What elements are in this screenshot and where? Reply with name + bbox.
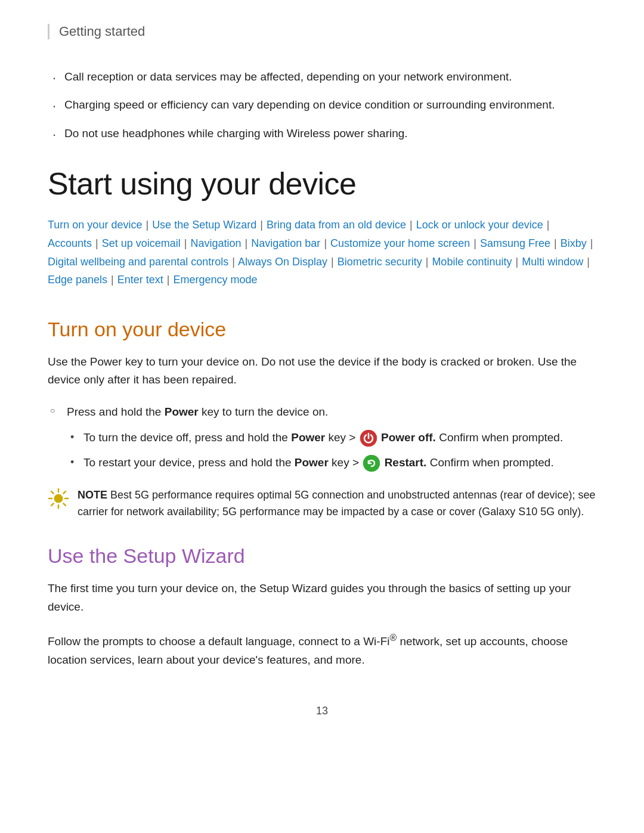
intro-bullet-1: Call reception or data services may be a… (48, 68, 596, 85)
section1-sub-list: To turn the device off, press and hold t… (67, 429, 596, 472)
toc-link-navigation[interactable]: Navigation (191, 237, 242, 249)
page-header: Getting started (48, 24, 596, 39)
toc-links: Turn on your device | Use the Setup Wiza… (48, 216, 596, 289)
intro-bullet-2: Charging speed or efficiency can vary de… (48, 96, 596, 113)
toc-link-mobile-continuity[interactable]: Mobile continuity (432, 256, 512, 268)
section-turn-on: Turn on your device Use the Power key to… (48, 318, 596, 521)
toc-link-digital-wellbeing[interactable]: Digital wellbeing and parental controls (48, 256, 228, 268)
section1-circle-item: Press and hold the Power key to turn the… (48, 403, 596, 472)
toc-link-accounts[interactable]: Accounts (48, 237, 92, 249)
note-content: Best 5G performance requires optimal 5G … (78, 489, 596, 518)
section2-para1: The first time you turn your device on, … (48, 580, 596, 616)
section1-intro: Use the Power key to turn your device on… (48, 353, 596, 389)
power-bold-1: Power (165, 405, 199, 418)
toc-link-biometric[interactable]: Biometric security (338, 256, 422, 268)
toc-link-voicemail[interactable]: Set up voicemail (102, 237, 181, 249)
toc-link-home-screen[interactable]: Customize your home screen (330, 237, 470, 249)
page-number: 13 (48, 705, 596, 717)
svg-point-2 (54, 494, 63, 503)
power-bold-2: Power (291, 431, 325, 444)
note-text: NOTE Best 5G performance requires optima… (78, 487, 596, 521)
section1-heading: Turn on your device (48, 318, 596, 341)
svg-line-10 (51, 503, 54, 506)
toc-link-always-on[interactable]: Always On Display (238, 256, 327, 268)
power-bold-3: Power (295, 456, 329, 469)
toc-link-bixby[interactable]: Bixby (561, 237, 587, 249)
section1-sub-item-2: To restart your device, press and hold t… (67, 454, 596, 472)
toc-link-edge-panels[interactable]: Edge panels (48, 274, 107, 286)
svg-line-9 (63, 491, 66, 494)
note-box: NOTE Best 5G performance requires optima… (48, 487, 596, 521)
main-title: Start using your device (48, 166, 596, 202)
toc-link-samsung-free[interactable]: Samsung Free (480, 237, 550, 249)
svg-line-7 (51, 491, 54, 494)
svg-line-8 (63, 503, 66, 506)
toc-link-lock-unlock[interactable]: Lock or unlock your device (416, 219, 543, 231)
toc-link-multi-window[interactable]: Multi window (522, 256, 583, 268)
note-sun-icon (48, 488, 69, 509)
toc-link-emergency-mode[interactable]: Emergency mode (174, 274, 258, 286)
section1-sub-item-1: To turn the device off, press and hold t… (67, 429, 596, 447)
intro-bullet-list: Call reception or data services may be a… (48, 68, 596, 142)
section2-heading: Use the Setup Wizard (48, 544, 596, 568)
toc-link-setup-wizard[interactable]: Use the Setup Wizard (152, 219, 256, 231)
section2-para2: Follow the prompts to choose a default l… (48, 630, 596, 669)
toc-link-turn-on[interactable]: Turn on your device (48, 219, 142, 231)
header-title: Getting started (59, 24, 145, 39)
restart-icon (363, 455, 380, 472)
section-setup-wizard: Use the Setup Wizard The first time you … (48, 544, 596, 669)
restart-label: Restart. (385, 456, 427, 469)
toc-link-bring-data[interactable]: Bring data from an old device (267, 219, 406, 231)
power-off-icon (360, 430, 377, 447)
intro-bullet-3: Do not use headphones while charging wit… (48, 125, 596, 142)
note-label: NOTE (78, 489, 107, 501)
toc-link-enter-text[interactable]: Enter text (117, 274, 163, 286)
toc-link-nav-bar[interactable]: Navigation bar (251, 237, 320, 249)
section1-circle-list: Press and hold the Power key to turn the… (48, 403, 596, 472)
power-off-label: Power off. (381, 431, 436, 444)
